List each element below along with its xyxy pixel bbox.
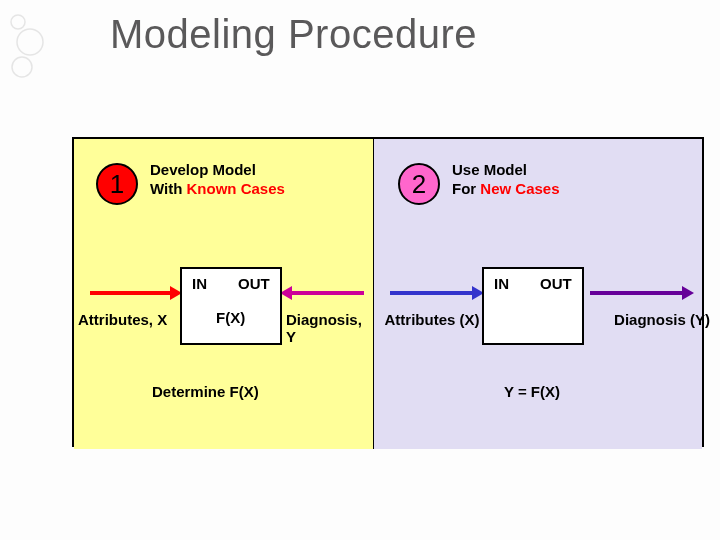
diagnosis-y-label: Diagnosis, Y: [286, 311, 373, 345]
step-1-keyword: Known Cases: [187, 180, 285, 197]
step-1-circle: 1: [96, 163, 138, 205]
svg-point-0: [11, 15, 25, 29]
arrow-in-left: [82, 291, 182, 295]
model-box-right: IN OUT: [482, 267, 584, 345]
step-1-line1: Develop Model: [150, 161, 256, 178]
diagram-frame: 1 Develop Model With Known Cases IN OUT …: [72, 137, 704, 447]
step-2-line1: Use Model: [452, 161, 527, 178]
panel-develop: 1 Develop Model With Known Cases IN OUT …: [74, 139, 374, 449]
diagnosis-y-paren-label: Diagnosis (Y): [612, 311, 712, 328]
decorative-circles: [10, 12, 60, 92]
y-equals-fx-label: Y = F(X): [504, 383, 560, 400]
arrow-in-right: [382, 291, 484, 295]
attributes-x-paren-label: Attributes (X): [376, 311, 488, 328]
box-out-label-r: OUT: [540, 275, 572, 292]
box-out-label: OUT: [238, 275, 270, 292]
box-in-label-r: IN: [494, 275, 509, 292]
step-1-line2a: With: [150, 180, 187, 197]
step-2-circle: 2: [398, 163, 440, 205]
step-2-line2a: For: [452, 180, 480, 197]
arrow-out-left: [280, 291, 372, 295]
arrow-out-right: [582, 291, 694, 295]
step-1-text: Develop Model With Known Cases: [150, 161, 285, 199]
step-2-text: Use Model For New Cases: [452, 161, 560, 199]
box-in-label: IN: [192, 275, 207, 292]
step-2-keyword: New Cases: [480, 180, 559, 197]
attributes-x-label: Attributes, X: [78, 311, 167, 328]
svg-point-1: [17, 29, 43, 55]
svg-point-2: [12, 57, 32, 77]
determine-fx-label: Determine F(X): [152, 383, 259, 400]
panel-use: 2 Use Model For New Cases IN OUT Attribu…: [374, 139, 702, 449]
box-fx-label: F(X): [216, 309, 245, 326]
model-box-left: IN OUT F(X): [180, 267, 282, 345]
page-title: Modeling Procedure: [110, 12, 477, 57]
